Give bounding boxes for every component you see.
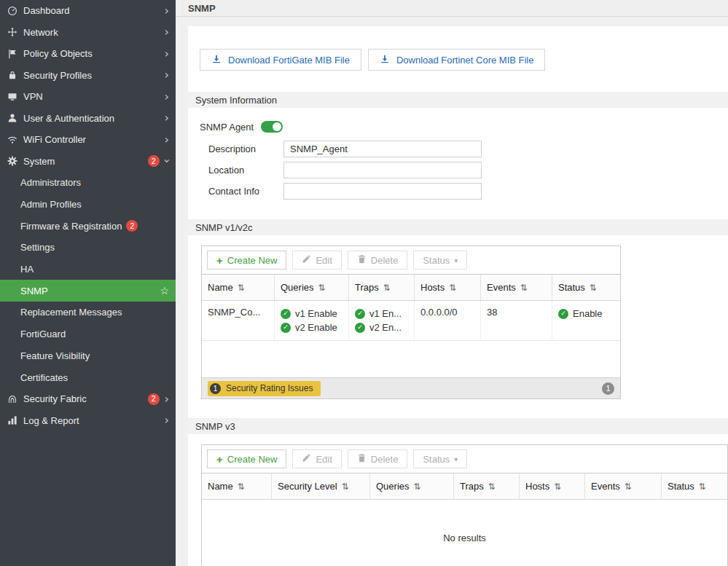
column-label: Events [487, 282, 516, 293]
sidebar-item-feature-visibility[interactable]: Feature Visibility [0, 345, 176, 367]
sidebar-item-security-profiles[interactable]: Security Profiles › [0, 65, 176, 87]
sidebar-item-label: System [23, 156, 143, 167]
delete-button[interactable]: Delete [348, 251, 408, 270]
main-area: SNMP Download FortiGate MIB File Downloa… [176, 0, 728, 566]
sidebar-item-label: Firmware & Registration [20, 221, 122, 232]
column-label: Queries [281, 282, 314, 293]
check-circle-icon: ✓ [558, 309, 568, 319]
column-header-status[interactable]: Status⇅ [552, 275, 622, 300]
plus-icon: + [216, 255, 223, 266]
chevron-right-icon: › [165, 414, 169, 426]
sort-icon: ⇅ [625, 482, 632, 492]
table-row[interactable]: SNMP_Co... ✓v1 Enable ✓v2 Enable ✓v1 En.… [202, 301, 620, 341]
edit-button[interactable]: Edit [292, 449, 341, 468]
column-label: Hosts [420, 282, 445, 293]
status-label: Status [423, 255, 450, 266]
column-header-hosts[interactable]: Hosts⇅ [519, 473, 584, 499]
cell-events: 38 [480, 301, 552, 340]
security-fabric-icon [7, 394, 18, 404]
sidebar-item-user-authentication[interactable]: User & Authentication › [0, 108, 176, 130]
column-header-queries[interactable]: Queries⇅ [369, 473, 453, 499]
download-buttons-row: Download FortiGate MIB File Download For… [200, 49, 728, 71]
download-fortinet-core-mib-label: Download Fortinet Core MIB File [396, 55, 534, 66]
sidebar-item-vpn[interactable]: VPN › [0, 86, 176, 108]
snmp-agent-toggle[interactable] [261, 121, 283, 133]
sidebar-item-certificates[interactable]: Certificates [0, 366, 176, 388]
rating-issue-count: 1 [210, 383, 221, 394]
sidebar-item-security-fabric[interactable]: Security Fabric 2 › [0, 388, 176, 410]
column-header-traps[interactable]: Traps⇅ [453, 473, 519, 499]
edit-button[interactable]: Edit [292, 251, 341, 270]
sidebar: Dashboard › Network › Policy & Objects ›… [0, 0, 176, 566]
v3-toolbar: + Create New Edit Delete Status ▾ [202, 445, 727, 473]
sidebar-item-admin-profiles[interactable]: Admin Profiles [0, 194, 176, 216]
sidebar-item-label: FortiGuard [20, 329, 66, 339]
column-header-events[interactable]: Events⇅ [480, 275, 552, 300]
sidebar-item-policy-objects[interactable]: Policy & Objects › [0, 43, 176, 65]
column-label: Status [558, 282, 585, 293]
download-icon [380, 54, 390, 66]
column-header-queries[interactable]: Queries⇅ [274, 275, 348, 300]
sidebar-item-label: Policy & Objects [23, 48, 160, 59]
page-title: SNMP [188, 3, 216, 14]
sidebar-item-administrators[interactable]: Administrators [0, 172, 176, 194]
sidebar-item-label: Settings [20, 242, 55, 253]
status-dropdown-button[interactable]: Status ▾ [413, 251, 467, 270]
column-header-name[interactable]: Name⇅ [202, 275, 274, 300]
section-snmp-v1v2c: SNMP v1/v2c [188, 219, 728, 235]
description-input[interactable] [283, 141, 482, 157]
location-input[interactable] [283, 162, 482, 178]
column-label: Queries [376, 481, 410, 492]
sort-icon: ⇅ [414, 482, 421, 492]
pencil-icon [302, 453, 311, 465]
toggle-knob [273, 122, 281, 131]
status-dropdown-button[interactable]: Status ▾ [413, 449, 467, 468]
sort-icon: ⇅ [238, 283, 245, 293]
create-new-button[interactable]: + Create New [207, 449, 286, 468]
vpn-icon [7, 92, 18, 102]
column-label: Hosts [525, 481, 549, 492]
sidebar-item-system[interactable]: System 2 › [0, 151, 176, 173]
notification-badge: 2 [148, 393, 160, 405]
chevron-right-icon: › [165, 48, 169, 60]
create-new-button[interactable]: + Create New [207, 251, 286, 270]
sidebar-item-snmp[interactable]: SNMP ☆ [0, 280, 176, 302]
check-circle-icon: ✓ [355, 309, 365, 319]
column-header-status[interactable]: Status⇅ [661, 473, 727, 499]
sidebar-item-firmware-registration[interactable]: Firmware & Registration 2 [0, 215, 176, 237]
chevron-right-icon: › [165, 69, 169, 81]
sort-icon: ⇅ [318, 283, 326, 293]
delete-button[interactable]: Delete [348, 449, 408, 468]
v1v2c-table-header: Name⇅ Queries⇅ Traps⇅ Hosts⇅ Events⇅ Sta… [202, 275, 620, 301]
cell-status: ✓Enable [552, 301, 622, 340]
edit-label: Edit [316, 255, 332, 266]
system-gear-icon [7, 156, 18, 166]
sidebar-item-dashboard[interactable]: Dashboard › [0, 0, 176, 22]
download-fortinet-core-mib-button[interactable]: Download Fortinet Core MIB File [368, 49, 546, 71]
sidebar-item-log-report[interactable]: Log & Report › [0, 409, 176, 431]
column-header-name[interactable]: Name⇅ [202, 473, 271, 499]
sidebar-item-fortiguard[interactable]: FortiGuard [0, 323, 176, 345]
column-header-hosts[interactable]: Hosts⇅ [414, 275, 480, 300]
wifi-controller-icon [7, 135, 18, 145]
sidebar-item-wifi-controller[interactable]: WiFi Controller › [0, 129, 176, 151]
edit-label: Edit [316, 454, 332, 465]
v1v2c-table-footer: 1 Security Rating Issues 1 [202, 377, 620, 398]
download-fortigate-mib-button[interactable]: Download FortiGate MIB File [200, 49, 361, 71]
dashboard-icon [7, 6, 18, 16]
sort-icon: ⇅ [520, 283, 528, 293]
sidebar-item-replacement-messages[interactable]: Replacement Messages [0, 302, 176, 323]
column-header-traps[interactable]: Traps⇅ [348, 275, 414, 300]
security-rating-issues-badge[interactable]: 1 Security Rating Issues [208, 381, 321, 396]
contact-info-input[interactable] [283, 183, 482, 200]
sidebar-item-network[interactable]: Network › [0, 22, 176, 44]
column-header-events[interactable]: Events⇅ [584, 473, 661, 499]
column-label: Events [591, 481, 620, 492]
sidebar-item-ha[interactable]: HA [0, 259, 176, 280]
cell-name: SNMP_Co... [202, 301, 274, 340]
section-snmp-v3: SNMP v3 [188, 418, 728, 434]
column-header-security-level[interactable]: Security Level⇅ [271, 473, 369, 499]
favorite-star-icon[interactable]: ☆ [160, 285, 169, 296]
sidebar-item-settings[interactable]: Settings [0, 237, 176, 259]
sidebar-item-label: Network [23, 27, 160, 38]
